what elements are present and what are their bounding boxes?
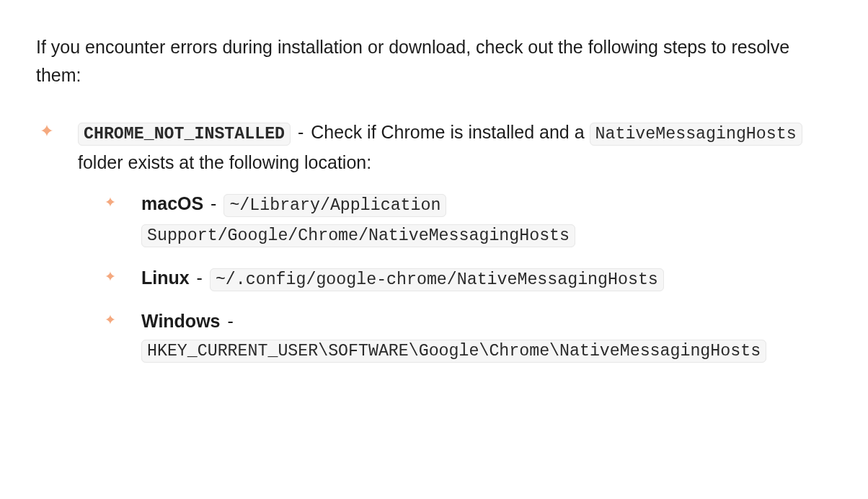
folder-code: NativeMessagingHosts	[590, 123, 802, 146]
os-path: HKEY_CURRENT_USER\SOFTWARE\Google\Chrome…	[141, 340, 766, 363]
error-code: CHROME_NOT_INSTALLED	[78, 123, 291, 146]
dash: -	[190, 268, 210, 288]
intro-paragraph: If you encounter errors during installat…	[36, 33, 832, 89]
dash: -	[221, 311, 236, 331]
sparkle-icon	[99, 309, 121, 330]
sparkle-icon	[99, 265, 121, 287]
sparkle-icon	[36, 120, 58, 141]
os-sublist: macOS - ~/Library/Application Support/Go…	[78, 190, 832, 366]
os-path: ~/.config/google-chrome/NativeMessagingH…	[210, 268, 664, 291]
error-item-chrome-not-installed: CHROME_NOT_INSTALLED - Check if Chrome i…	[36, 118, 832, 366]
os-item-macos: macOS - ~/Library/Application Support/Go…	[99, 190, 832, 251]
os-label: Windows	[141, 311, 221, 331]
os-item-windows: Windows - HKEY_CURRENT_USER\SOFTWARE\Goo…	[99, 307, 832, 366]
dash: -	[203, 193, 223, 213]
dash: -	[291, 122, 311, 142]
os-label: Linux	[141, 268, 190, 288]
sparkle-icon	[99, 191, 121, 213]
error-list: CHROME_NOT_INSTALLED - Check if Chrome i…	[36, 118, 832, 366]
error-text-part2: folder exists at the following location:	[78, 152, 371, 172]
error-text-part1: Check if Chrome is installed and a	[311, 122, 589, 142]
os-item-linux: Linux - ~/.config/google-chrome/NativeMe…	[99, 264, 832, 295]
os-label: macOS	[141, 193, 203, 213]
